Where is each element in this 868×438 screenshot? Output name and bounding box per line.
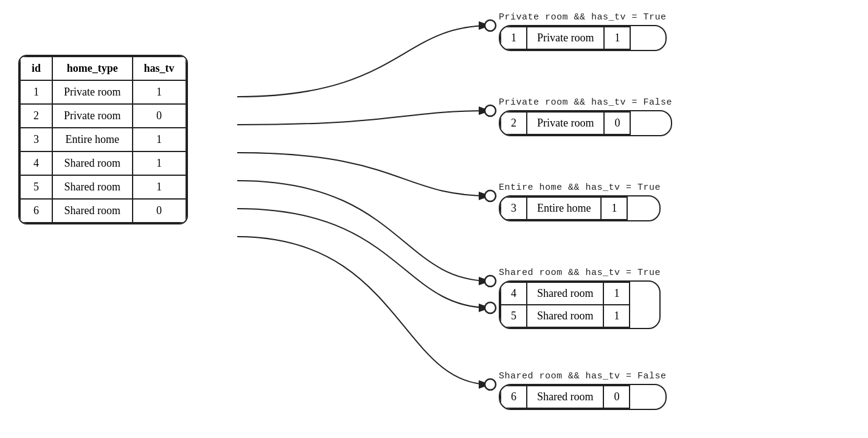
source-cell-home_type-3: Shared room <box>52 151 132 175</box>
source-cell-has_tv-5: 0 <box>133 199 186 223</box>
svg-point-4 <box>485 276 496 287</box>
result-cell-home_type: Entire home <box>527 197 601 220</box>
svg-point-3 <box>485 190 496 201</box>
result-cell-has_tv: 0 <box>603 386 630 408</box>
result-group-0: Private room && has_tv = True1Private ro… <box>499 12 667 51</box>
diagram-container: id home_type has_tv 1Private room12Priva… <box>0 0 868 438</box>
result-label-1: Private room && has_tv = False <box>499 97 672 108</box>
source-row-6: 6Shared room0 <box>20 199 186 223</box>
source-cell-home_type-2: Entire home <box>52 128 132 151</box>
source-cell-has_tv-1: 0 <box>133 104 186 128</box>
result-row-1-0: 2Private room0 <box>501 112 630 134</box>
source-cell-id-0: 1 <box>20 80 52 104</box>
result-label-2: Entire home && has_tv = True <box>499 182 661 193</box>
source-cell-has_tv-0: 1 <box>133 80 186 104</box>
result-table-0: 1Private room1 <box>499 25 667 51</box>
source-cell-id-2: 3 <box>20 128 52 151</box>
result-group-4: Shared room && has_tv = False6Shared roo… <box>499 371 667 410</box>
source-row-1: 1Private room1 <box>20 80 186 104</box>
result-table-2: 3Entire home1 <box>499 195 661 221</box>
source-cell-home_type-1: Private room <box>52 104 132 128</box>
result-row-4-0: 6Shared room0 <box>501 386 630 408</box>
col-header-has-tv: has_tv <box>133 57 186 80</box>
result-cell-has_tv: 1 <box>603 282 630 305</box>
result-cell-id: 4 <box>501 282 527 305</box>
result-cell-home_type: Shared room <box>527 305 603 327</box>
source-row-4: 4Shared room1 <box>20 151 186 175</box>
result-cell-home_type: Shared room <box>527 386 603 408</box>
result-row-3-0: 4Shared room1 <box>501 282 630 305</box>
result-cell-home_type: Shared room <box>527 282 603 305</box>
svg-point-6 <box>485 379 496 390</box>
col-header-home-type: home_type <box>52 57 132 80</box>
result-table-3: 4Shared room15Shared room1 <box>499 280 661 329</box>
result-cell-id: 1 <box>501 27 527 49</box>
source-cell-home_type-4: Shared room <box>52 175 132 199</box>
result-label-3: Shared room && has_tv = True <box>499 268 661 278</box>
source-table: id home_type has_tv 1Private room12Priva… <box>18 55 188 224</box>
result-cell-home_type: Private room <box>527 27 604 49</box>
result-cell-home_type: Private room <box>527 112 604 134</box>
source-cell-home_type-5: Shared room <box>52 199 132 223</box>
result-cell-has_tv: 0 <box>604 112 630 134</box>
source-row-2: 2Private room0 <box>20 104 186 128</box>
result-row-0-0: 1Private room1 <box>501 27 630 49</box>
source-cell-id-3: 4 <box>20 151 52 175</box>
result-table-4: 6Shared room0 <box>499 384 667 410</box>
source-cell-id-1: 2 <box>20 104 52 128</box>
svg-point-2 <box>485 105 496 116</box>
result-row-3-1: 5Shared room1 <box>501 305 630 327</box>
result-group-3: Shared room && has_tv = True4Shared room… <box>499 268 661 329</box>
result-cell-has_tv: 1 <box>601 197 627 220</box>
result-table-1: 2Private room0 <box>499 110 672 136</box>
result-group-2: Entire home && has_tv = True3Entire home… <box>499 182 661 221</box>
source-cell-has_tv-4: 1 <box>133 175 186 199</box>
result-cell-id: 6 <box>501 386 527 408</box>
source-cell-id-5: 6 <box>20 199 52 223</box>
result-cell-has_tv: 1 <box>603 305 630 327</box>
source-cell-id-4: 5 <box>20 175 52 199</box>
source-cell-home_type-0: Private room <box>52 80 132 104</box>
result-cell-has_tv: 1 <box>604 27 630 49</box>
source-row-5: 5Shared room1 <box>20 175 186 199</box>
svg-point-1 <box>485 20 496 31</box>
source-cell-has_tv-3: 1 <box>133 151 186 175</box>
result-group-1: Private room && has_tv = False2Private r… <box>499 97 672 136</box>
result-label-4: Shared room && has_tv = False <box>499 371 667 381</box>
svg-point-5 <box>485 302 496 313</box>
source-cell-has_tv-2: 1 <box>133 128 186 151</box>
result-row-2-0: 3Entire home1 <box>501 197 627 220</box>
result-cell-id: 2 <box>501 112 527 134</box>
col-header-id: id <box>20 57 52 80</box>
result-cell-id: 3 <box>501 197 527 220</box>
result-cell-id: 5 <box>501 305 527 327</box>
source-row-3: 3Entire home1 <box>20 128 186 151</box>
result-label-0: Private room && has_tv = True <box>499 12 667 23</box>
